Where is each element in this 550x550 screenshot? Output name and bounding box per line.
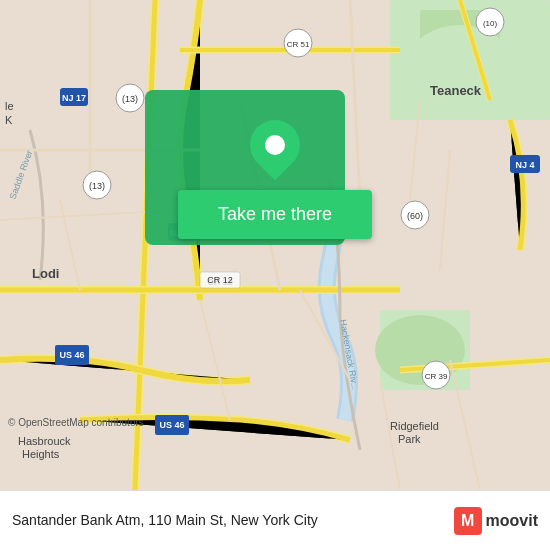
svg-text:(13): (13)	[122, 94, 138, 104]
svg-text:US 46: US 46	[59, 350, 84, 360]
svg-text:K: K	[5, 114, 13, 126]
map-attribution: © OpenStreetMap contributors	[8, 417, 144, 428]
svg-text:(10): (10)	[483, 19, 498, 28]
svg-text:CR 12: CR 12	[207, 275, 233, 285]
take-me-there-button[interactable]: Take me there	[178, 190, 372, 239]
svg-text:le: le	[5, 100, 14, 112]
moovit-logo-icon: M	[454, 507, 482, 535]
svg-text:Heights: Heights	[22, 448, 60, 460]
moovit-logo: M moovit	[454, 507, 538, 535]
svg-point-5	[375, 315, 465, 385]
moovit-brand-name: moovit	[486, 512, 538, 530]
svg-text:NJ 17: NJ 17	[62, 93, 86, 103]
svg-text:(60): (60)	[407, 211, 423, 221]
svg-text:CR 39: CR 39	[425, 372, 448, 381]
svg-text:CR 51: CR 51	[287, 40, 310, 49]
info-bar: Santander Bank Atm, 110 Main St, New Yor…	[0, 490, 550, 550]
svg-text:Ridgefield: Ridgefield	[390, 420, 439, 432]
location-address: Santander Bank Atm, 110 Main St, New Yor…	[12, 511, 444, 531]
svg-text:Park: Park	[398, 433, 421, 445]
location-pin	[250, 120, 300, 170]
svg-text:Lodi: Lodi	[32, 266, 59, 281]
svg-text:Teaneck: Teaneck	[430, 83, 482, 98]
svg-text:NJ 4: NJ 4	[515, 160, 534, 170]
map-container: (13) NJ 17 CR 51 (10) NJ 17 (13) CR 12 C…	[0, 0, 550, 490]
svg-text:(13): (13)	[89, 181, 105, 191]
svg-text:US 46: US 46	[159, 420, 184, 430]
svg-text:Hasbrouck: Hasbrouck	[18, 435, 71, 447]
